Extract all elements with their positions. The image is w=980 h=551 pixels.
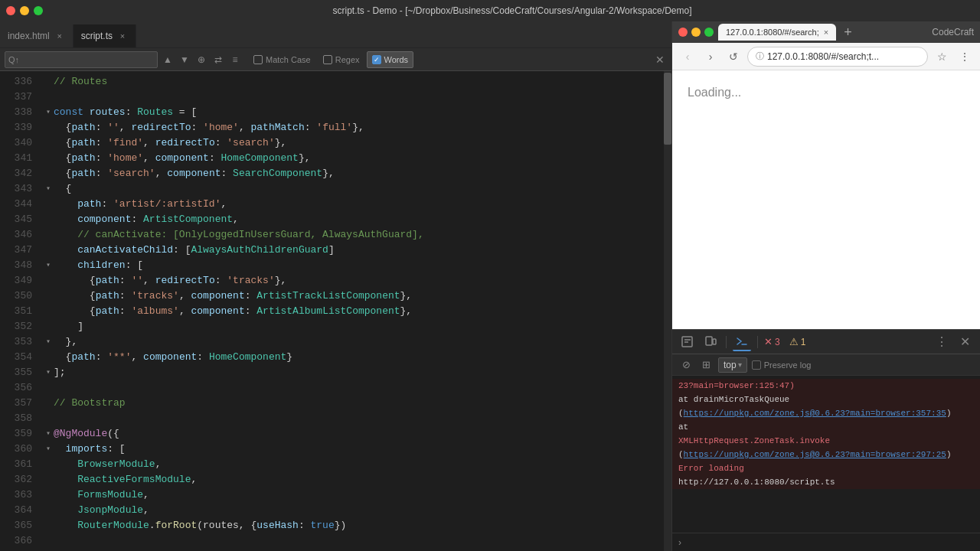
words-option[interactable]: Words <box>367 51 414 68</box>
search-char: Q↑ <box>8 55 19 64</box>
traffic-lights <box>6 6 43 15</box>
scrollbar[interactable] <box>664 71 671 551</box>
browser-tab[interactable]: 127.0.0.1:8080/#/search; × <box>718 24 836 41</box>
back-button[interactable]: ‹ <box>678 47 697 66</box>
console-line: (https://unpkg.com/zone.js@0.6.23?main=b… <box>672 406 980 420</box>
regex-option[interactable]: Regex <box>318 51 365 68</box>
code-line: ▾ @NgModule({ <box>38 426 671 442</box>
console-line: Error loading <box>672 461 980 475</box>
filter-input-wrapper: top ▾ <box>718 357 747 373</box>
console-line: 23?main=browser:125:47) <box>672 379 980 393</box>
preserve-log: Preserve log <box>752 360 812 370</box>
code-line: canActivateChild: [AlwaysAuthChildrenGua… <box>38 243 671 258</box>
address-bar[interactable]: ⓘ 127.0.0.1:8080/#/search;t... <box>747 47 928 67</box>
code-line: ▾ { <box>38 181 671 197</box>
tab-index-html[interactable]: index.html × <box>0 24 74 47</box>
console-tab-button[interactable] <box>733 333 751 351</box>
inspect-button[interactable] <box>678 333 697 351</box>
code-line: BrowserModule, <box>38 457 671 472</box>
codecraft-label: CodeCraft <box>932 27 974 37</box>
tab-close-icon[interactable]: × <box>117 31 128 41</box>
search-bar: Q↑ ▲ ▼ ⊕ ⇄ ≡ Match Case Regex Words <box>0 48 671 71</box>
tab-close-icon[interactable]: × <box>54 31 65 41</box>
address-text: 127.0.0.1:8080/#/search;t... <box>767 51 920 62</box>
devtools-panel: ✕ 3 ⚠ 1 ⋮ ✕ ⊘ ⊞ top ▾ <box>672 329 980 551</box>
reload-button[interactable]: ↺ <box>724 47 743 66</box>
warn-count: ⚠ 1 <box>789 336 806 347</box>
code-line: // Bootstrap <box>38 396 671 411</box>
browser-pane: 127.0.0.1:8080/#/search; × + CodeCraft ‹… <box>672 21 980 551</box>
browser-tab-label: 127.0.0.1:8080/#/search; <box>726 28 819 37</box>
more-button[interactable]: ⋮ <box>956 47 974 66</box>
device-button[interactable] <box>701 333 720 351</box>
search-options: Match Case Regex Words <box>248 51 413 68</box>
search-next-button[interactable]: ▼ <box>178 53 191 67</box>
devtools-menu-button[interactable]: ⋮ <box>933 333 951 351</box>
bookmark-button[interactable]: ☆ <box>933 47 951 66</box>
browser-maximize-button[interactable] <box>704 28 714 37</box>
code-line: ReactiveFormsModule, <box>38 472 671 487</box>
filter-bar: ⊘ ⊞ top ▾ Preserve log <box>672 354 980 376</box>
minimize-button[interactable] <box>20 6 29 15</box>
tab-script-ts[interactable]: script.ts × <box>74 24 136 47</box>
browser-tab-close-icon[interactable]: × <box>824 28 828 37</box>
code-line <box>38 90 671 105</box>
close-button[interactable] <box>6 6 15 15</box>
browser-traffic-lights <box>678 28 714 37</box>
match-case-option[interactable]: Match Case <box>248 51 316 68</box>
code-line: {path: '**', component: HomeComponent} <box>38 350 671 365</box>
browser-minimize-button[interactable] <box>691 28 701 37</box>
maximize-button[interactable] <box>34 6 43 15</box>
console-link[interactable]: https://unpkg.com/zone.js@0.6.23?main=br… <box>684 409 946 418</box>
code-line: ] <box>38 319 671 334</box>
code-line: ▾ children: [ <box>38 258 671 273</box>
warn-count-value: 1 <box>801 337 806 347</box>
code-line: {path: 'find', redirectTo: 'search'}, <box>38 135 671 151</box>
console-input-line: › <box>672 533 980 551</box>
code-line <box>38 380 671 396</box>
forward-button[interactable]: › <box>701 47 720 66</box>
svg-rect-1 <box>706 337 712 345</box>
filter-level: top <box>724 360 737 370</box>
match-case-checkbox <box>253 55 263 64</box>
tab-label: index.html <box>8 31 50 41</box>
code-line: path: 'artist/:artistId', <box>38 197 671 212</box>
editor-pane: index.html × script.ts × Q↑ ▲ ▼ ⊕ ⇄ ≡ Ma… <box>0 21 672 551</box>
devtools-close-button[interactable]: ✕ <box>956 333 974 351</box>
browser-close-button[interactable] <box>678 28 688 37</box>
search-extra-button[interactable]: ≡ <box>228 53 242 67</box>
console-line: at drainMicroTaskQueue <box>672 393 980 406</box>
new-tab-button[interactable]: + <box>844 24 852 41</box>
preserve-log-checkbox[interactable] <box>752 360 761 370</box>
search-find-button[interactable]: ⊕ <box>194 53 208 67</box>
code-line: ▾ }, <box>38 334 671 350</box>
filter-dropdown[interactable]: top ▾ <box>724 360 742 370</box>
code-line: {path: 'albums', component: ArtistAlbumL… <box>38 304 671 319</box>
code-line: // canActivate: [OnlyLoggedInUsersGuard,… <box>38 227 671 243</box>
address-lock-icon: ⓘ <box>756 51 764 62</box>
filter-icon[interactable]: ⊞ <box>698 357 714 373</box>
search-input[interactable] <box>21 54 121 65</box>
regex-checkbox <box>323 55 332 64</box>
console-link[interactable]: https://unpkg.com/zone.js@0.6.23?main=br… <box>684 450 946 459</box>
search-close-button[interactable]: ✕ <box>653 53 667 67</box>
code-content[interactable]: // Routes ▾ const routes: Routes = [ {pa… <box>38 71 671 551</box>
code-line: component: ArtistComponent, <box>38 212 671 227</box>
code-line: RouterModule.forRoot(routes, {useHash: t… <box>38 518 671 533</box>
devtools-toolbar: ✕ 3 ⚠ 1 ⋮ ✕ <box>672 330 980 354</box>
tab-bar: index.html × script.ts × <box>0 21 671 48</box>
console-line: XMLHttpRequest.ZoneTask.invoke <box>672 434 980 448</box>
search-prev-button[interactable]: ▲ <box>161 53 175 67</box>
scroll-thumb[interactable] <box>664 73 671 145</box>
code-line: {path: 'search', component: SearchCompon… <box>38 166 671 181</box>
code-line: ▾ const routes: Routes = [ <box>38 105 671 120</box>
console-input[interactable] <box>686 537 974 548</box>
console-line: http://127.0.0.1:8080/script.ts <box>672 475 980 489</box>
main-container: index.html × script.ts × Q↑ ▲ ▼ ⊕ ⇄ ≡ Ma… <box>0 21 980 551</box>
code-line: ▾ imports: [ <box>38 442 671 457</box>
console-content[interactable]: 23?main=browser:125:47) at drainMicroTas… <box>672 376 980 533</box>
error-count-value: 3 <box>775 337 780 347</box>
search-replace-button[interactable]: ⇄ <box>211 53 225 67</box>
filter-clear-button[interactable]: ⊘ <box>678 357 694 373</box>
code-line: ▾ ]; <box>38 365 671 380</box>
